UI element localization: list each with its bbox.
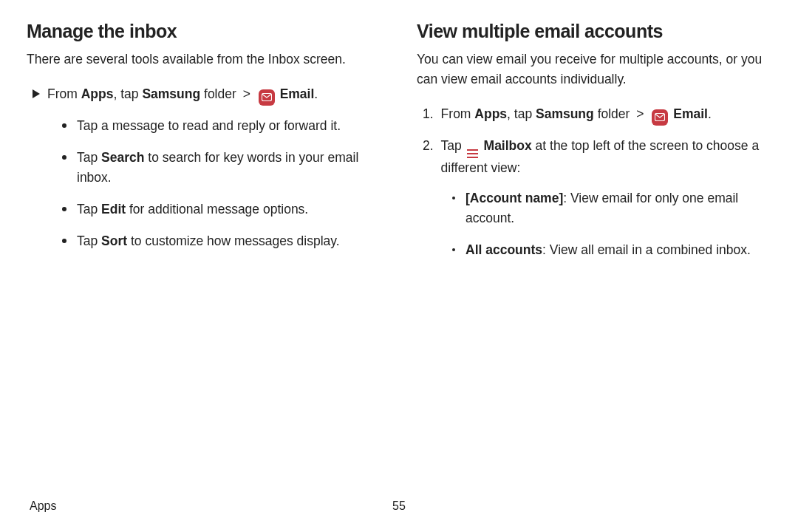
text: Tap [77, 233, 101, 248]
apps-label: Apps [474, 106, 507, 121]
text: . [708, 106, 712, 121]
right-column: View multiple email accounts You can vie… [417, 21, 771, 272]
item-text: Tap a message to read and reply or forwa… [77, 116, 341, 136]
bullet-icon [62, 123, 66, 128]
samsung-label: Samsung [142, 86, 200, 101]
bullet-icon [62, 155, 66, 160]
text: : View all email in a combined inbox. [542, 242, 751, 257]
list-item: Tap Edit for additional message options. [62, 200, 381, 219]
text: Tap a message to read and reply or forwa… [77, 118, 341, 133]
bold-label: [Account name] [466, 191, 563, 205]
left-heading: Manage the inbox [27, 21, 381, 42]
bold-label: Edit [101, 202, 126, 216]
list-item: Tap Search to search for key words in yo… [62, 148, 381, 188]
samsung-label: Samsung [536, 106, 594, 121]
left-sublist: Tap a message to read and reply or forwa… [27, 116, 381, 252]
email-icon [652, 109, 668, 126]
bold-label: Search [101, 150, 144, 165]
right-step-1: 1. From Apps, tap Samsung folder > Email… [417, 104, 771, 126]
text: Tap [441, 138, 466, 153]
text: , tap [113, 86, 142, 101]
text: , tap [507, 106, 536, 121]
mailbox-label: Mailbox [480, 138, 532, 153]
list-item: All accounts: View all email in a combin… [452, 240, 771, 260]
step-number: 1. [423, 104, 434, 124]
step-text: From Apps, tap Samsung folder > Email. [441, 104, 771, 126]
triangle-bullet-icon [33, 89, 40, 98]
email-label: Email [276, 86, 315, 101]
text: Tap [77, 202, 101, 216]
item-text: Tap Search to search for key words in yo… [77, 148, 381, 188]
item-text: All accounts: View all email in a combin… [466, 240, 751, 260]
footer-page-number: 55 [392, 499, 406, 513]
bold-label: All accounts [466, 242, 542, 257]
step-number: 2. [423, 136, 434, 156]
left-column: Manage the inbox There are several tools… [27, 21, 381, 272]
left-step-text: From Apps, tap Samsung folder > Email. [47, 84, 381, 106]
text: From [441, 106, 475, 121]
bullet-icon [452, 197, 455, 200]
text: to customize how messages display. [127, 233, 340, 248]
apps-label: Apps [81, 86, 114, 101]
text: folder [200, 86, 240, 101]
item-text: Tap Sort to customize how messages displ… [77, 231, 340, 251]
list-item: Tap Sort to customize how messages displ… [62, 231, 381, 251]
email-icon [259, 89, 275, 106]
right-intro: You can view email you receive for multi… [417, 50, 771, 89]
bold-label: Sort [101, 233, 127, 248]
chevron-icon: > [243, 86, 250, 101]
left-step: From Apps, tap Samsung folder > Email. [27, 84, 381, 106]
list-item: Tap a message to read and reply or forwa… [62, 116, 381, 136]
text: folder [594, 106, 634, 121]
text: for additional message options. [126, 202, 308, 216]
left-intro: There are several tools available from t… [27, 50, 381, 69]
hamburger-icon [467, 149, 478, 158]
item-text: Tap Edit for additional message options. [77, 200, 308, 219]
chevron-icon: > [636, 106, 644, 121]
text: . [314, 86, 318, 101]
bullet-icon [62, 239, 66, 243]
text: From [47, 86, 81, 101]
right-sublist: [Account name]: View email for only one … [417, 188, 771, 260]
bullet-icon [452, 248, 455, 251]
right-heading: View multiple email accounts [417, 21, 771, 42]
list-item: [Account name]: View email for only one … [452, 188, 771, 228]
right-step-2: 2. Tap Mailbox at the top left of the sc… [417, 136, 771, 178]
email-label: Email [669, 106, 708, 121]
content-columns: Manage the inbox There are several tools… [27, 21, 771, 272]
step-text: Tap Mailbox at the top left of the scree… [441, 136, 771, 178]
text: Tap [77, 150, 101, 165]
footer-section: Apps [30, 499, 56, 513]
bullet-icon [62, 207, 66, 211]
item-text: [Account name]: View email for only one … [466, 188, 771, 228]
